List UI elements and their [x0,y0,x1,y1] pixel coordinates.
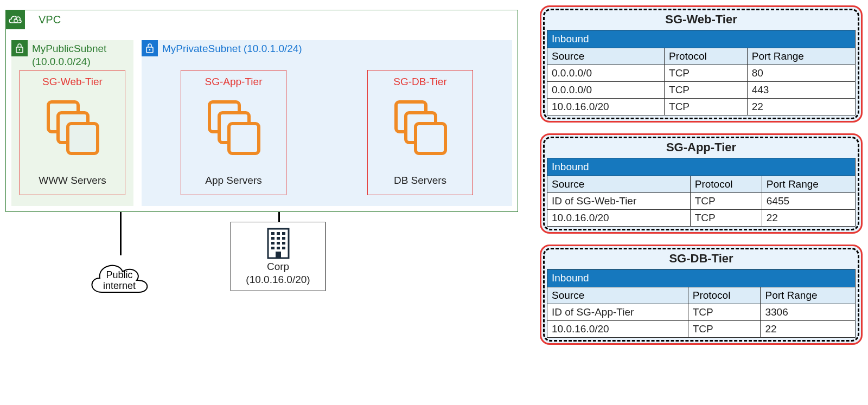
db-servers-label: DB Servers [371,175,470,187]
sg-db-rules-table: Inbound Source Protocol Port Range ID of… [547,269,856,338]
private-subnet-label: MyPrivateSubnet (10.0.1.0/24) [162,42,302,55]
cell-port: 443 [747,82,855,99]
col-port: Port Range [762,176,855,193]
svg-rect-22 [282,237,285,240]
instances-stack-icon [201,98,266,163]
vpc-label: VPC [39,14,61,26]
cell-protocol: TCP [665,82,748,99]
cell-source: 10.0.16.0/20 [547,99,665,115]
lock-icon [142,40,158,56]
corp-network: Corp (10.0.16.0/20) [231,222,326,291]
cell-port: 6455 [762,193,855,210]
cell-port: 22 [762,210,855,227]
svg-rect-29 [276,252,281,258]
svg-rect-28 [282,247,285,249]
cell-source: 0.0.0.0/0 [547,65,665,82]
vpc-container: VPC MyPublicSubnet (10.0.0.0/24) SG-Web-… [5,10,518,212]
col-protocol: Protocol [688,287,761,304]
connector-line [120,212,122,255]
cell-source: 10.0.16.0/20 [547,210,691,227]
sg-app-rules-table: Inbound Source Protocol Port Range ID of… [547,158,856,227]
sg-db-tier-title: SG-DB-Tier [371,76,470,88]
cell-protocol: TCP [688,304,761,321]
svg-rect-20 [271,237,275,240]
cell-source: ID of SG-Web-Tier [547,193,691,210]
cell-port: 22 [747,99,855,115]
sg-db-tier-box: SG-DB-Tier DB Servers [367,70,473,195]
lock-icon [11,40,28,56]
public-subnet-label: MyPublicSubnet (10.0.0.0/24) [32,42,133,68]
sg-app-rules-title: SG-App-Tier [547,140,856,155]
cell-protocol: TCP [688,321,761,338]
sg-web-tier-box: SG-Web-Tier WWW Servers [20,70,125,195]
building-icon [265,227,292,259]
public-subnet: MyPublicSubnet (10.0.0.0/24) SG-Web-Tier… [11,40,133,206]
svg-rect-19 [282,232,285,235]
table-row: 10.0.16.0/20TCP22 [547,210,856,227]
sg-web-tier-rules: SG-Web-Tier Inbound Source Protocol Port… [540,5,863,123]
svg-rect-17 [271,232,275,235]
instances-stack-icon [40,98,105,163]
inbound-header: Inbound [547,269,856,287]
svg-text:internet: internet [103,280,136,291]
cell-protocol: TCP [665,99,748,115]
svg-rect-13 [416,124,445,153]
col-source: Source [547,176,691,193]
table-row: 0.0.0.0/0TCP80 [547,65,856,82]
svg-rect-10 [229,124,259,153]
sg-db-rows: ID of SG-App-TierTCP330610.0.16.0/20TCP2… [547,304,856,338]
app-servers-label: App Servers [184,175,283,187]
svg-text:Public: Public [106,269,132,280]
svg-rect-23 [271,242,275,245]
table-row: 10.0.16.0/20TCP22 [547,321,856,338]
architecture-panel: VPC MyPublicSubnet (10.0.0.0/24) SG-Web-… [5,5,518,329]
sg-db-rules-title: SG-DB-Tier [547,252,856,266]
col-source: Source [547,48,665,65]
cell-port: 22 [761,321,856,338]
external-entities: Public internet [5,212,518,329]
svg-point-2 [19,49,21,51]
sg-db-tier-rules: SG-DB-Tier Inbound Source Protocol Port … [540,245,863,345]
cell-port: 3306 [761,304,856,321]
cell-protocol: TCP [690,193,762,210]
svg-rect-24 [277,242,280,245]
svg-rect-18 [277,232,280,235]
table-row: ID of SG-Web-TierTCP6455 [547,193,856,210]
table-row: ID of SG-App-TierTCP3306 [547,304,856,321]
sg-app-tier-rules: SG-App-Tier Inbound Source Protocol Port… [540,133,863,234]
cell-source: 10.0.16.0/20 [547,321,688,338]
cell-source: 0.0.0.0/0 [547,82,665,99]
table-row: 10.0.16.0/20TCP22 [547,99,856,115]
sg-web-tier-title: SG-Web-Tier [23,76,122,88]
subnets-row: MyPublicSubnet (10.0.0.0/24) SG-Web-Tier… [11,40,512,206]
svg-rect-25 [282,242,285,245]
connector-line [278,212,280,222]
www-servers-label: WWW Servers [23,175,122,187]
table-row: 0.0.0.0/0TCP443 [547,82,856,99]
public-internet: Public internet [86,255,154,299]
svg-point-7 [149,49,151,51]
col-port: Port Range [761,287,856,304]
svg-rect-26 [271,247,275,249]
sg-app-rows: ID of SG-Web-TierTCP645510.0.16.0/20TCP2… [547,193,856,227]
cloud-icon: Public internet [86,255,154,299]
col-protocol: Protocol [665,48,748,65]
svg-rect-0 [14,20,17,22]
svg-rect-21 [277,237,280,240]
corp-cidr: (10.0.16.0/20) [239,273,317,286]
inbound-header: Inbound [547,158,856,176]
sg-web-rules-title: SG-Web-Tier [547,12,856,27]
sg-web-rows: 0.0.0.0/0TCP800.0.0.0/0TCP44310.0.16.0/2… [547,65,856,115]
cell-port: 80 [747,65,855,82]
col-port: Port Range [747,48,855,65]
cell-protocol: TCP [665,65,748,82]
sg-app-tier-title: SG-App-Tier [184,76,283,88]
instances-stack-icon [388,98,453,163]
cloud-lock-icon [5,10,25,29]
sg-app-tier-box: SG-App-Tier App Servers [181,70,286,195]
security-group-rules-panel: SG-Web-Tier Inbound Source Protocol Port… [540,5,863,356]
col-protocol: Protocol [690,176,762,193]
corp-box: Corp (10.0.16.0/20) [231,222,326,291]
col-source: Source [547,287,688,304]
svg-rect-5 [68,124,98,153]
